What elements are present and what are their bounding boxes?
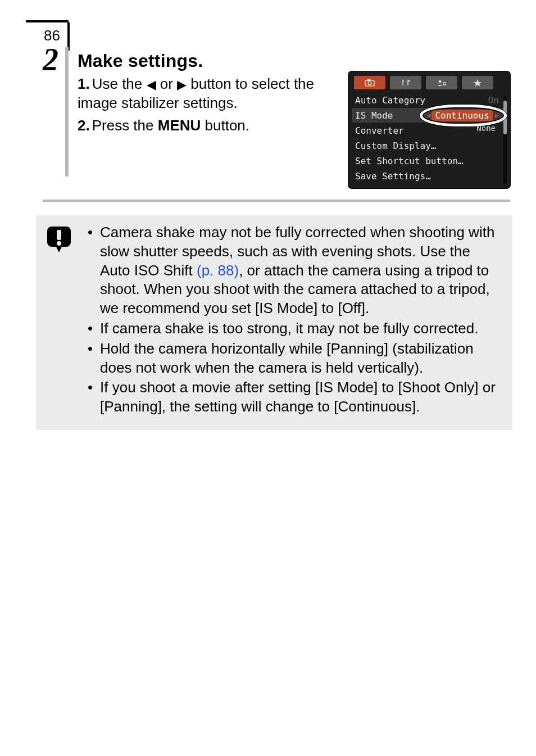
caution-item-2: If camera shake is too strong, it may no…: [88, 319, 502, 338]
caution-item-1: Camera shake may not be fully corrected …: [88, 223, 502, 318]
substep1-b: or: [156, 75, 178, 92]
auto-category-label: Auto Category: [355, 95, 425, 106]
menu-row-save-settings: Save Settings…: [352, 169, 507, 183]
camera-tab-3: [426, 76, 457, 89]
svg-rect-5: [57, 230, 61, 240]
step-body: Make settings. 1.Use the ◀ or ▶ button t…: [75, 51, 510, 188]
is-mode-chev-left-icon: ◀: [426, 111, 430, 119]
tools-icon: [401, 79, 410, 87]
step-number-cell: 2: [43, 51, 75, 76]
left-arrow-icon: ◀: [147, 78, 156, 92]
save-settings-label: Save Settings…: [355, 171, 431, 182]
substep2-b: button.: [201, 117, 249, 134]
svg-point-1: [368, 82, 371, 85]
substep2-num: 2.: [78, 117, 90, 134]
caution-item-3: Hold the camera horizontally while [Pann…: [88, 339, 502, 378]
step-substep-1: 1.Use the ◀ or ▶ button to select the im…: [78, 75, 335, 113]
star-icon: [473, 79, 482, 87]
is-mode-label: IS Mode: [355, 110, 393, 121]
svg-point-4: [443, 83, 446, 85]
step-bottom-rule: [43, 200, 510, 202]
step-block: 2 Make settings. 1.Use the ◀ or ▶ button…: [43, 51, 510, 188]
substep1-a: Use the: [92, 75, 147, 92]
camera-menu-scrollbar: [503, 96, 507, 184]
svg-point-3: [439, 80, 442, 83]
menu-row-custom-display: Custom Display…: [352, 138, 507, 153]
caution-icon: [46, 225, 72, 255]
is-mode-value: Continuous: [431, 110, 492, 121]
camera-icon: [365, 79, 375, 87]
step-number: 2: [43, 42, 58, 77]
step-instructions: 1.Use the ◀ or ▶ button to select the im…: [78, 71, 335, 138]
auto-category-value: On: [488, 95, 499, 106]
menu-row-is-mode: IS Mode ◀ Continuous ▶ None: [352, 108, 507, 123]
converter-value: None: [476, 124, 496, 133]
menu-word: MENU: [158, 117, 201, 134]
camera-tab-2: [390, 76, 421, 89]
svg-point-6: [57, 241, 61, 246]
converter-label: Converter: [355, 125, 404, 136]
camera-tab-4: [462, 76, 493, 89]
camera-menu-screenshot: Auto Category On IS Mode ◀ Continuous ▶ …: [348, 71, 510, 188]
step-vertical-bar: [65, 47, 69, 176]
custom-display-label: Custom Display…: [355, 141, 437, 151]
caution-list: Camera shake may not be fully corrected …: [88, 223, 502, 418]
caution-box: Camera shake may not be fully corrected …: [36, 215, 512, 430]
substep2-a: Press the: [92, 117, 158, 134]
camera-tab-1: [354, 76, 385, 89]
step-substep-2: 2.Press the MENU button.: [78, 116, 335, 135]
camera-tab-bar: [352, 75, 507, 93]
is-mode-chev-right-icon: ▶: [495, 111, 499, 119]
menu-row-auto-category: Auto Category On: [352, 93, 507, 107]
menu-row-shortcut: Set Shortcut button…: [352, 153, 507, 168]
page-top-rule: [26, 20, 69, 22]
is-mode-value-wrap: ◀ Continuous ▶ None: [426, 110, 499, 121]
svg-rect-2: [367, 79, 370, 81]
step-heading: Make settings.: [78, 51, 510, 71]
page-number-stub: [67, 22, 70, 51]
substep1-num: 1.: [78, 75, 90, 92]
caution1-link[interactable]: (p. 88): [197, 262, 239, 279]
shortcut-label: Set Shortcut button…: [355, 156, 464, 166]
page-number-block: 86: [43, 20, 510, 51]
caution-item-4: If you shoot a movie after setting [IS M…: [88, 378, 502, 417]
person-gear-icon: [437, 79, 447, 87]
right-arrow-icon: ▶: [177, 78, 187, 92]
